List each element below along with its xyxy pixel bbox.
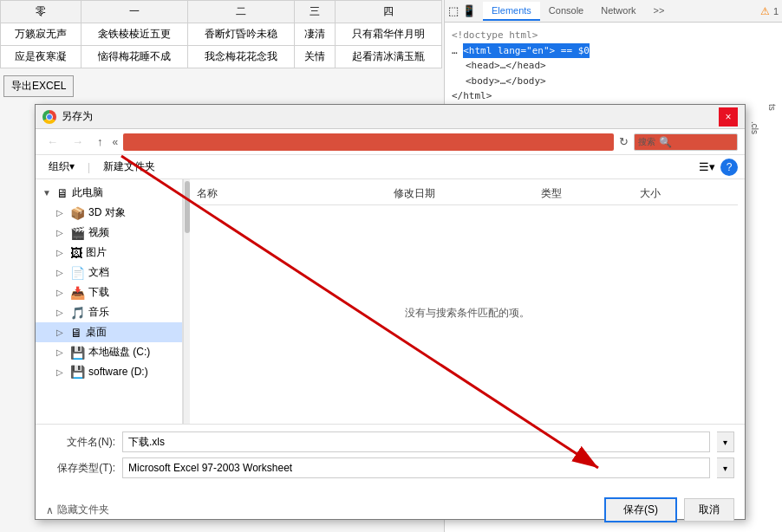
filename-row: 文件名(N): ▾ [46,431,734,452]
search-icon: 🔍 [659,136,672,148]
dialog-toolbar: ← → ↑ « ↻ 搜索 🔍 [36,129,745,155]
dialog-path-bar [123,133,614,151]
folder-icon-this-pc: 🖥 [56,186,68,200]
sidebar-label-3d: 3D 对象 [88,205,175,220]
table-area: 零 一 二 三 四 万籁寂无声 衾铁棱棱近五更 香断灯昏吟未稳 凄清 只有霜华伴… [0,0,442,104]
sidebar-item-this-pc[interactable]: ▼ 🖥 此电脑 [36,183,182,203]
nav-forward-button[interactable]: → [68,133,88,151]
expand-icon-desktop: ▷ [56,328,67,337]
expand-icon-local-c: ▷ [56,347,67,357]
sidebar-item-software-d[interactable]: ▷ 💾 software (D:) [36,362,182,381]
cell-0-4: 只有霜华伴月明 [335,23,441,46]
sidebar-item-music[interactable]: ▷ 🎵 音乐 [36,302,182,322]
sidebar-label-pictures: 图片 [86,245,175,260]
expand-icon-3d: ▷ [56,208,67,217]
filename-input[interactable] [122,431,710,452]
filename-dropdown-button[interactable]: ▾ [717,431,734,452]
cell-1-3: 关情 [294,46,335,68]
col-header-2: 二 [187,1,294,23]
warning-count: 1 [773,6,779,16]
filetype-input[interactable] [122,457,710,478]
search-placeholder-text: 搜索 [638,136,655,148]
col-header-1: 一 [81,1,187,23]
sidebar-item-3d[interactable]: ▷ 📦 3D 对象 [36,203,182,223]
code-line-2: … <html lang="en"> == $0 [452,43,775,59]
expand-icon-video: ▷ [56,228,67,237]
sidebar-item-local-disk-c[interactable]: ▷ 💾 本地磁盘 (C:) [36,342,182,362]
folder-icon-music: 🎵 [70,306,85,320]
sidebar-wrapper: ▼ 🖥 此电脑 ▷ 📦 3D 对象 ▷ 🎬 视频 ▷ 🖼 图片 [36,179,190,424]
folder-icon-desktop: 🖥 [70,326,82,340]
code-line-4: <body>…</body> [452,74,775,89]
separator-1: | [88,161,90,173]
cell-1-2: 我念梅花花念我 [187,46,294,68]
folder-icon-downloads: 📥 [70,286,85,300]
devtools-toolbar-icon-cursor[interactable]: ⬚ [448,4,459,17]
sidebar-item-video[interactable]: ▷ 🎬 视频 [36,223,182,243]
nav-up-button[interactable]: ↑ [93,133,108,151]
sidebar-item-downloads[interactable]: ▷ 📥 下载 [36,282,182,302]
dialog-title: 另存为 [62,109,719,124]
cancel-button[interactable]: 取消 [684,498,734,522]
save-button[interactable]: 保存(S) [604,497,677,522]
sidebar-label-downloads: 下载 [88,285,175,300]
code-line-3: <head>…</head> [452,58,775,74]
tab-elements[interactable]: Elements [483,2,540,21]
refresh-button[interactable]: ↻ [619,135,629,148]
help-button[interactable]: ? [720,159,738,176]
code-line-5: </html> [452,88,775,104]
sidebar-label-video: 视频 [88,225,175,240]
tab-console[interactable]: Console [540,2,592,21]
table-row: 应是夜寒凝 恼得梅花睡不成 我念梅花花念我 关情 起看清冰满玉瓶 [1,46,442,68]
cell-1-1: 恼得梅花睡不成 [81,46,187,68]
drive-icon-c: 💾 [70,346,85,360]
expand-icon-this-pc: ▼ [42,188,53,198]
dialog-body: ▼ 🖥 此电脑 ▷ 📦 3D 对象 ▷ 🎬 视频 ▷ 🖼 图片 [36,179,745,424]
cell-1-0: 应是夜寒凝 [1,46,81,68]
organize-button[interactable]: 组织▾ [42,157,81,177]
path-dropdown-arrow[interactable]: « [113,136,119,148]
cell-1-4: 起看清冰满玉瓶 [335,46,441,68]
sidebar-scrollbar[interactable] [183,179,190,424]
sidebar-label-this-pc: 此电脑 [72,185,175,200]
sidebar-label-software-d: software (D:) [88,366,175,378]
column-headers: 名称 修改日期 类型 大小 [197,186,738,205]
hidden-files-toggle[interactable]: ∧ 隐藏文件夹 [46,503,109,517]
dialog-close-button[interactable]: × [719,107,738,127]
sidebar-scroll-thumb[interactable] [185,181,190,233]
path-folder-display [123,133,614,151]
devtools-toolbar-icon-device[interactable]: 📱 [462,4,476,17]
sidebar-item-documents[interactable]: ▷ 📄 文档 [36,263,182,282]
tab-more[interactable]: >> [645,2,674,21]
chevron-down-icon: ∧ [46,504,54,516]
sidebar-item-pictures[interactable]: ▷ 🖼 图片 [36,243,182,263]
filetype-dropdown-button[interactable]: ▾ [717,457,734,478]
drive-icon-d: 💾 [70,365,85,379]
filetype-row: 保存类型(T): ▾ [46,457,734,478]
cell-0-2: 香断灯昏吟未稳 [187,23,294,46]
folder-icon-video: 🎬 [70,226,85,240]
dialog-search-box[interactable]: 搜索 🔍 [634,133,738,151]
dialog-sidebar: ▼ 🖥 此电脑 ▷ 📦 3D 对象 ▷ 🎬 视频 ▷ 🖼 图片 [36,179,183,424]
dialog-titlebar: 另存为 × [36,105,745,129]
view-toggle-icon[interactable]: ☰▾ [699,160,715,173]
new-folder-button[interactable]: 新建文件夹 [97,157,161,177]
filename-label: 文件名(N): [46,435,115,450]
col-header-0: 零 [1,1,81,23]
sidebar-item-desktop[interactable]: ▷ 🖥 桌面 [36,322,182,342]
nav-back-button[interactable]: ← [42,133,62,151]
cell-0-0: 万籁寂无声 [1,23,81,46]
cell-0-1: 衾铁棱棱近五更 [81,23,187,46]
side-label-cls: .cls [746,121,763,191]
warning-icon: ⚠ [760,5,770,17]
poem-table: 零 一 二 三 四 万籁寂无声 衾铁棱棱近五更 香断灯昏吟未稳 凄清 只有霜华伴… [0,0,442,68]
devtools-tab-bar: ⬚ 📱 Elements Console Network >> ⚠ 1 [445,0,782,23]
folder-icon-pictures: 🖼 [70,246,82,260]
export-excel-button[interactable]: 导出EXCEL [3,75,74,97]
folder-icon-3d: 📦 [70,206,85,220]
dialog-actions-bar: 组织▾ | 新建文件夹 ☰▾ ? [36,155,745,179]
code-line-1: <!doctype html> [452,28,775,43]
tab-network[interactable]: Network [592,2,644,21]
dialog-footer: 文件名(N): ▾ 保存类型(T): ▾ [36,424,745,490]
expand-icon-pictures: ▷ [56,248,67,257]
